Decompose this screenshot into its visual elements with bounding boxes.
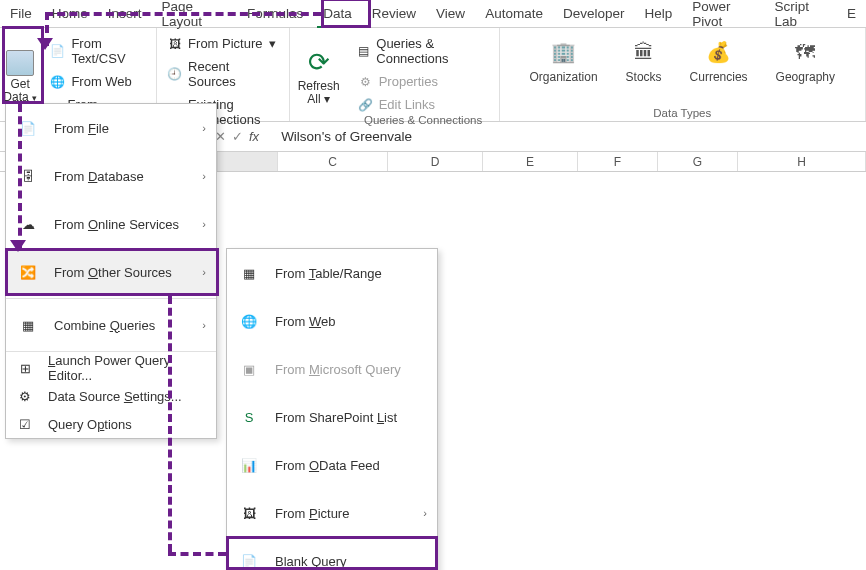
submenu-from-web[interactable]: 🌐 From Web bbox=[227, 297, 437, 345]
menu-combine-queries[interactable]: ▦ Combine Queries › bbox=[6, 301, 216, 349]
menu-from-online-services[interactable]: ☁ From Online Services › bbox=[6, 200, 216, 248]
submenu-from-ms-query: ▣ From Microsoft Query bbox=[227, 345, 437, 393]
chevron-right-icon: › bbox=[202, 170, 206, 182]
tab-power-pivot[interactable]: Power Pivot bbox=[682, 0, 764, 27]
submenu-from-picture[interactable]: 🖼 From Picture › bbox=[227, 489, 437, 537]
menu-from-database[interactable]: 🗄 From Database › bbox=[6, 152, 216, 200]
tab-formulas[interactable]: Formulas bbox=[237, 0, 313, 27]
currencies-icon: 💰 bbox=[705, 40, 733, 64]
combine-icon: ▦ bbox=[16, 313, 40, 337]
tab-automate[interactable]: Automate bbox=[475, 0, 553, 27]
colhdr-g[interactable]: G bbox=[658, 152, 738, 171]
chevron-right-icon: › bbox=[202, 319, 206, 331]
menu-query-options[interactable]: ☑ Query Options bbox=[6, 410, 216, 438]
table-icon: ▦ bbox=[237, 261, 261, 285]
tab-script-lab[interactable]: Script Lab bbox=[764, 0, 837, 27]
qc-group-label: Queries & Connections bbox=[358, 112, 489, 126]
colhdr-e[interactable]: E bbox=[483, 152, 578, 171]
get-data-menu: 📄 From File › 🗄 From Database › ☁ From O… bbox=[5, 103, 217, 439]
properties-button: ⚙Properties bbox=[358, 74, 489, 89]
datatype-stocks[interactable]: 🏛Stocks bbox=[626, 40, 662, 84]
recent-sources-button[interactable]: 🕘Recent Sources bbox=[167, 59, 279, 89]
arrow-head-icon bbox=[10, 240, 26, 252]
chevron-right-icon: › bbox=[202, 218, 206, 230]
refresh-icon: ⟳ bbox=[308, 47, 330, 78]
fx-icon[interactable]: fx bbox=[249, 129, 265, 144]
ribbon-tabs: File Home Insert Page Layout Formulas Da… bbox=[0, 0, 866, 28]
blank-query-icon: 📄 bbox=[237, 549, 261, 570]
from-text-csv-button[interactable]: 📄From Text/CSV bbox=[50, 36, 146, 66]
edit-links-button: 🔗Edit Links bbox=[358, 97, 489, 112]
chevron-right-icon: › bbox=[423, 507, 427, 519]
tab-extra[interactable]: E bbox=[837, 0, 866, 27]
from-web-button[interactable]: 🌐From Web bbox=[50, 74, 146, 89]
datatype-currencies[interactable]: 💰Currencies bbox=[690, 40, 748, 84]
organization-icon: 🏢 bbox=[550, 40, 578, 64]
database-icon: 🗄 bbox=[16, 164, 40, 188]
tab-page-layout[interactable]: Page Layout bbox=[152, 0, 237, 27]
colhdr-h[interactable]: H bbox=[738, 152, 866, 171]
properties-icon: ⚙ bbox=[358, 74, 373, 89]
colhdr-active[interactable] bbox=[218, 152, 278, 171]
menu-data-source-settings[interactable]: ⚙ Data Source Settings... bbox=[6, 382, 216, 410]
tab-data[interactable]: Data bbox=[313, 0, 362, 27]
sharepoint-icon: S bbox=[237, 405, 261, 429]
chevron-right-icon: › bbox=[202, 266, 206, 278]
tab-home[interactable]: Home bbox=[42, 0, 98, 27]
tab-file[interactable]: File bbox=[0, 0, 42, 27]
datatypes-group-label: Data Types bbox=[510, 105, 855, 119]
odata-icon: 📊 bbox=[237, 453, 261, 477]
cloud-icon: ☁ bbox=[16, 212, 40, 236]
from-picture-button[interactable]: 🖼From Picture ▾ bbox=[167, 36, 279, 51]
menu-from-other-sources[interactable]: 🔀 From Other Sources › bbox=[6, 248, 216, 296]
other-sources-icon: 🔀 bbox=[16, 260, 40, 284]
submenu-from-sharepoint-list[interactable]: S From SharePoint List bbox=[227, 393, 437, 441]
recent-icon: 🕘 bbox=[167, 67, 182, 82]
menu-launch-pq-editor[interactable]: ⊞ Launch Power Query Editor... bbox=[6, 354, 216, 382]
queries-connections-button[interactable]: ▤Queries & Connections bbox=[358, 36, 489, 66]
colhdr-c[interactable]: C bbox=[278, 152, 388, 171]
ms-query-icon: ▣ bbox=[237, 357, 261, 381]
datatype-organization[interactable]: 🏢Organization bbox=[530, 40, 598, 84]
tab-help[interactable]: Help bbox=[634, 0, 682, 27]
pq-icon: ⊞ bbox=[16, 359, 34, 377]
file-icon: 📄 bbox=[16, 116, 40, 140]
tab-review[interactable]: Review bbox=[362, 0, 426, 27]
chevron-right-icon: › bbox=[202, 122, 206, 134]
qc-icon: ▤ bbox=[358, 44, 371, 59]
stocks-icon: 🏛 bbox=[630, 40, 658, 64]
submenu-blank-query[interactable]: 📄 Blank Query bbox=[227, 537, 437, 570]
other-sources-submenu: ▦ From Table/Range 🌐 From Web ▣ From Mic… bbox=[226, 248, 438, 570]
formula-input[interactable] bbox=[271, 129, 866, 144]
datatype-geography[interactable]: 🗺Geography bbox=[776, 40, 835, 84]
menu-from-file[interactable]: 📄 From File › bbox=[6, 104, 216, 152]
refresh-all-button[interactable]: ⟳ RefreshAll ▾ bbox=[290, 28, 348, 121]
confirm-formula-icon[interactable]: ✓ bbox=[232, 129, 243, 144]
get-data-label: GetData ▾ bbox=[3, 78, 37, 105]
options-icon: ☑ bbox=[16, 415, 34, 433]
tab-view[interactable]: View bbox=[426, 0, 475, 27]
picture-icon: 🖼 bbox=[237, 501, 261, 525]
get-data-icon bbox=[6, 50, 34, 76]
tab-insert[interactable]: Insert bbox=[98, 0, 152, 27]
colhdr-f[interactable]: F bbox=[578, 152, 658, 171]
settings-icon: ⚙ bbox=[16, 387, 34, 405]
links-icon: 🔗 bbox=[358, 97, 373, 112]
submenu-from-table-range[interactable]: ▦ From Table/Range bbox=[227, 249, 437, 297]
web-icon: 🌐 bbox=[50, 74, 65, 89]
picture-icon: 🖼 bbox=[167, 36, 182, 51]
geography-icon: 🗺 bbox=[791, 40, 819, 64]
web-icon: 🌐 bbox=[237, 309, 261, 333]
colhdr-d[interactable]: D bbox=[388, 152, 483, 171]
annotation-arrow bbox=[168, 552, 226, 556]
submenu-from-odata-feed[interactable]: 📊 From OData Feed bbox=[227, 441, 437, 489]
tab-developer[interactable]: Developer bbox=[553, 0, 635, 27]
arrow-head-icon bbox=[37, 38, 53, 50]
